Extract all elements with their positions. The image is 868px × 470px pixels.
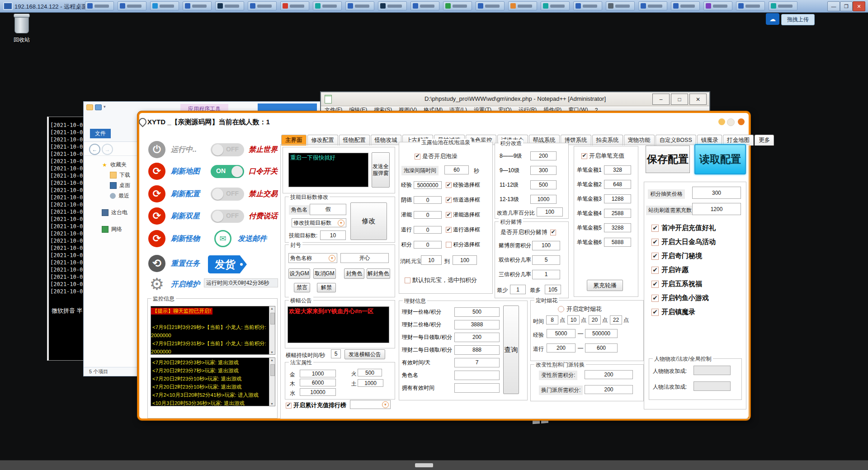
pool-row-input[interactable]: 5000000 xyxy=(414,181,442,189)
drag-upload-button[interactable]: 拖拽上传 xyxy=(781,14,815,25)
load-config-button[interactable]: 读取配置 xyxy=(694,144,746,174)
query-button[interactable]: 查询 xyxy=(503,306,519,394)
lottery-price-input[interactable]: 300 xyxy=(692,187,741,199)
sidebar-item[interactable]: 最近 xyxy=(84,191,142,201)
ban-role-input[interactable]: 开心 xyxy=(340,253,389,263)
finance-row-input[interactable] xyxy=(454,371,500,380)
taskbar-item[interactable] xyxy=(703,1,732,10)
wood-input[interactable]: 6000 xyxy=(300,379,336,386)
sidebar-item[interactable]: ★ 收藏夹 xyxy=(84,160,142,170)
banner-message-box[interactable]: 欢迎大家来到#Y铁血丹心#n一区 xyxy=(288,306,389,343)
taskbar-item[interactable] xyxy=(280,1,309,10)
recharge-row-input[interactable]: 648 xyxy=(604,180,631,189)
refresh-icon[interactable]: ⟳ xyxy=(148,185,165,202)
forward-button[interactable]: → xyxy=(102,144,113,155)
dao-max-input[interactable]: 600 xyxy=(585,343,618,352)
pool-row-input[interactable]: 0 xyxy=(414,211,442,219)
pool-enable-checkbox[interactable] xyxy=(415,154,420,160)
role-select-dropdown[interactable]: 角色名称▼ xyxy=(288,253,337,263)
modify-button[interactable]: 修改 xyxy=(350,202,387,240)
file-menu-tab[interactable]: 文件 xyxy=(90,129,111,138)
feature-checkbox[interactable] xyxy=(651,295,659,302)
recharge-row-input[interactable]: 328 xyxy=(604,165,631,174)
gamble-row-input[interactable]: 100 xyxy=(532,241,560,250)
consume-max-input[interactable]: 100 xyxy=(453,255,477,265)
feature-checkbox[interactable] xyxy=(651,253,659,260)
magic-attack-input[interactable] xyxy=(693,381,731,391)
pool-row-input[interactable]: 0 xyxy=(414,196,442,204)
pool-row-checkbox[interactable] xyxy=(446,197,452,203)
minimize-button[interactable]: — xyxy=(827,1,840,11)
window-button-1[interactable] xyxy=(718,118,725,125)
role-name-input[interactable]: 假 xyxy=(310,204,346,215)
finance-row-input[interactable]: 3888 xyxy=(454,320,500,329)
ban-role-button[interactable]: 封角色 xyxy=(344,268,364,279)
gm-tab[interactable]: 更多 xyxy=(755,135,774,146)
pool-row-input[interactable]: 0 xyxy=(414,241,442,249)
faction-cost-input[interactable]: 200 xyxy=(585,385,633,394)
taskbar-item[interactable] xyxy=(345,1,374,10)
set-gm-button[interactable]: 设为GM xyxy=(288,268,310,279)
rank-checkbox[interactable] xyxy=(286,403,292,409)
close-button[interactable]: ✕ xyxy=(689,94,707,105)
time-input[interactable]: 8 xyxy=(546,315,558,324)
sidebar-item[interactable]: 桌面 xyxy=(84,180,142,191)
earth-input[interactable]: 1000 xyxy=(358,379,383,387)
taskbar-item[interactable] xyxy=(215,1,244,10)
login-monitor-box[interactable]: <7月20日2时23分3秒>玩家: 退出游戏<7月20日2时23分7秒>玩家: … xyxy=(151,357,275,406)
pool-row-checkbox[interactable] xyxy=(446,182,452,188)
refresh-map-button[interactable]: 刷新地图 xyxy=(171,167,200,176)
feature-checkbox[interactable] xyxy=(651,309,659,316)
recharge-row-input[interactable]: 1288 xyxy=(604,194,631,203)
pool-row-checkbox[interactable] xyxy=(446,227,452,233)
back-button[interactable]: ← xyxy=(89,144,100,155)
banner-duration-input[interactable]: 5 xyxy=(331,349,341,358)
taskbar-item[interactable] xyxy=(638,1,667,10)
time-input[interactable]: 20 xyxy=(589,315,601,324)
maximize-button[interactable]: □ xyxy=(671,94,688,105)
save-config-button[interactable]: 保存配置 xyxy=(646,146,690,173)
phys-attack-input[interactable] xyxy=(693,366,731,375)
remodel-pct-input[interactable]: 100 xyxy=(537,207,563,216)
remodel-row-input[interactable]: 500 xyxy=(530,180,557,189)
sidebar-item[interactable]: 网络 xyxy=(84,224,142,235)
gold-input[interactable]: 1000 xyxy=(300,370,336,377)
time-input[interactable]: 10 xyxy=(567,315,580,324)
taskbar-item[interactable] xyxy=(769,1,797,10)
finance-row-input[interactable] xyxy=(454,383,500,393)
skill-target-input[interactable]: 10 xyxy=(320,230,346,240)
pool-row-input[interactable]: 0 xyxy=(414,226,442,234)
time-input[interactable]: 22 xyxy=(610,315,622,324)
toggle-ban-world[interactable]: OFF xyxy=(211,143,244,156)
refresh-double-button[interactable]: 刷新双星 xyxy=(171,212,200,221)
finance-row-input[interactable]: 888 xyxy=(454,345,500,355)
taskbar-item[interactable] xyxy=(248,1,277,10)
minimize-button[interactable]: – xyxy=(652,94,670,105)
interval-input[interactable]: 60 xyxy=(444,165,469,174)
deduct-checkbox[interactable] xyxy=(405,277,410,283)
sidebar-item[interactable]: 下载 xyxy=(84,170,142,180)
min-input[interactable]: 1 xyxy=(510,285,526,294)
refresh-monster-button[interactable]: 刷新怪物 xyxy=(171,234,200,244)
pool-row-checkbox[interactable] xyxy=(446,242,452,248)
gamble-row-input[interactable]: 5 xyxy=(532,255,560,265)
taskbar-item[interactable] xyxy=(476,1,505,10)
feature-checkbox[interactable] xyxy=(651,239,659,246)
gamble-row-input[interactable]: 1 xyxy=(532,270,560,279)
unmute-button[interactable]: 解禁 xyxy=(317,283,336,292)
ship-goods-button[interactable]: 发货 xyxy=(208,255,247,273)
taskbar-item[interactable] xyxy=(150,1,179,10)
refresh-icon[interactable]: ⟳ xyxy=(148,230,165,247)
taskbar-item[interactable] xyxy=(443,1,472,10)
taskbar-item[interactable] xyxy=(378,1,407,10)
rank-dropdown[interactable]: ▼ xyxy=(350,400,391,409)
toggle-password-switch[interactable]: ON xyxy=(211,165,244,178)
exp-min-input[interactable]: 5000 xyxy=(547,329,576,338)
mail-icon[interactable]: ✉ xyxy=(214,230,231,247)
firework-radio[interactable] xyxy=(558,306,564,312)
fire-input[interactable]: 500 xyxy=(358,369,382,376)
recharge-carousel-button[interactable]: 累充轮播 xyxy=(587,280,623,291)
dao-min-input[interactable]: 200 xyxy=(547,343,576,352)
pool-row-checkbox[interactable] xyxy=(446,212,452,218)
close-button[interactable]: ✕ xyxy=(853,1,865,11)
